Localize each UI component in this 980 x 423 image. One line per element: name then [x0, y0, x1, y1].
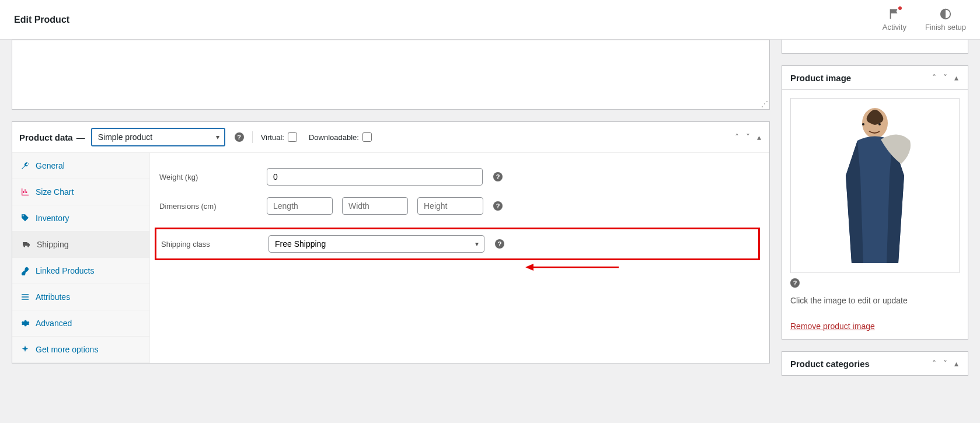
downloadable-checkbox[interactable]	[362, 132, 372, 142]
svg-point-1	[862, 123, 864, 125]
product-data-tabs: General Size Chart Inventory Shipping	[12, 153, 150, 363]
partial-box-above	[782, 40, 968, 54]
virtual-checkbox[interactable]	[288, 132, 297, 142]
product-data-dash: —	[76, 132, 85, 142]
product-data-metabox: Product data — Simple product ? Virtual:…	[12, 121, 770, 363]
product-data-title: Product data	[19, 132, 73, 142]
tab-general[interactable]: General	[12, 153, 149, 179]
tab-shipping[interactable]: Shipping	[12, 232, 149, 258]
downloadable-label: Downloadable:	[309, 133, 359, 142]
spark-icon	[20, 345, 30, 354]
weight-input[interactable]	[267, 168, 483, 186]
annotation-highlight: Shipping class Free Shipping ?	[155, 228, 760, 260]
admin-top-bar: Edit Product Activity Finish setup	[0, 0, 980, 40]
triangle-up-icon[interactable]: ▴	[953, 358, 960, 369]
tab-label: Attributes	[36, 292, 70, 302]
divider	[252, 131, 253, 143]
notification-dot	[898, 6, 902, 10]
tag-icon	[20, 214, 30, 223]
width-input[interactable]	[342, 197, 408, 215]
activity-label: Activity	[883, 23, 906, 32]
chevron-down-icon[interactable]: ˅	[942, 358, 948, 369]
dimensions-help-icon[interactable]: ?	[493, 201, 503, 211]
list-icon	[20, 292, 30, 302]
tab-advanced[interactable]: Advanced	[12, 310, 149, 337]
chart-icon	[20, 187, 30, 197]
chevron-up-icon[interactable]: ˄	[931, 72, 937, 83]
height-input[interactable]	[417, 197, 483, 215]
tab-get-more-options[interactable]: Get more options	[12, 337, 149, 363]
gear-icon	[20, 319, 30, 328]
dimensions-label: Dimensions (cm)	[159, 202, 264, 211]
virtual-toggle[interactable]: Virtual:	[261, 132, 297, 142]
activity-button[interactable]: Activity	[883, 8, 906, 32]
shipping-class-label: Shipping class	[161, 240, 266, 249]
remove-product-image-link[interactable]: Remove product image	[790, 321, 875, 331]
product-type-help-icon[interactable]: ?	[235, 132, 244, 142]
product-image-hint: Click the image to edit or update	[790, 296, 960, 305]
chevron-up-icon[interactable]: ˄	[931, 358, 937, 369]
product-image-help-icon[interactable]: ?	[790, 278, 800, 288]
svg-point-2	[878, 123, 881, 125]
product-categories-title: Product categories	[790, 359, 870, 369]
tab-label: Advanced	[36, 319, 72, 328]
description-editor[interactable]: ⋰	[12, 40, 770, 110]
tab-linked-products[interactable]: Linked Products	[12, 258, 149, 284]
truck-icon	[22, 240, 31, 249]
chevron-down-icon[interactable]: ˅	[745, 131, 751, 143]
tab-label: Size Chart	[36, 187, 74, 197]
downloadable-toggle[interactable]: Downloadable:	[309, 132, 372, 142]
chevron-up-icon[interactable]: ˄	[734, 131, 740, 143]
resize-grip-icon[interactable]: ⋰	[761, 100, 768, 108]
svg-marker-4	[525, 264, 533, 271]
tab-label: Get more options	[36, 345, 98, 354]
weight-label: Weight (kg)	[159, 173, 264, 181]
chevron-down-icon[interactable]: ˅	[942, 72, 948, 83]
shipping-class-help-icon[interactable]: ?	[495, 239, 504, 249]
product-image-thumbnail[interactable]	[790, 98, 960, 273]
shipping-tab-content: Weight (kg) ? Dimensions (cm) ?	[150, 153, 769, 363]
circle-half-icon	[939, 8, 952, 20]
finish-setup-label: Finish setup	[925, 23, 966, 32]
tab-size-chart[interactable]: Size Chart	[12, 179, 149, 205]
virtual-label: Virtual:	[261, 133, 284, 142]
product-type-select[interactable]: Simple product	[91, 128, 225, 146]
wrench-icon	[20, 161, 30, 170]
finish-setup-button[interactable]: Finish setup	[925, 8, 966, 32]
weight-help-icon[interactable]: ?	[493, 172, 503, 181]
page-title: Edit Product	[14, 15, 69, 25]
triangle-up-icon[interactable]: ▴	[953, 72, 960, 83]
shipping-class-select[interactable]: Free Shipping	[268, 235, 484, 253]
product-categories-box: Product categories ˄ ˅ ▴	[782, 351, 968, 376]
product-image-box: Product image ˄ ˅ ▴	[782, 65, 968, 340]
triangle-up-icon[interactable]: ▴	[756, 131, 762, 143]
annotation-arrow	[525, 261, 619, 275]
product-image-icon	[822, 100, 927, 269]
tab-inventory[interactable]: Inventory	[12, 205, 149, 232]
tab-attributes[interactable]: Attributes	[12, 284, 149, 310]
link-icon	[20, 266, 30, 275]
tab-label: Shipping	[37, 240, 69, 249]
tab-label: Linked Products	[36, 266, 94, 275]
tab-label: Inventory	[36, 214, 69, 223]
length-input[interactable]	[267, 197, 333, 215]
tab-label: General	[36, 161, 65, 170]
product-image-title: Product image	[790, 73, 851, 83]
